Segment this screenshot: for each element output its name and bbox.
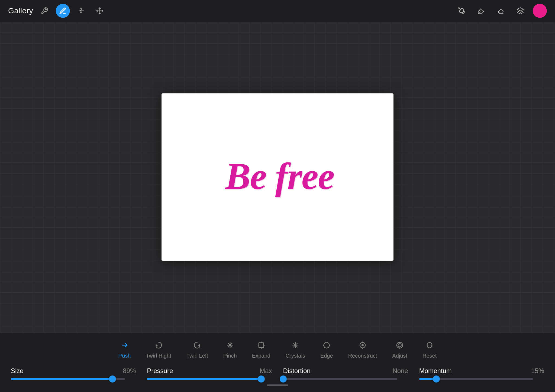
- adjust-label: Adjust: [392, 353, 407, 359]
- push-label: Push: [118, 353, 131, 359]
- pen-icon: [458, 7, 466, 15]
- reconstruct-label: Reconstruct: [348, 353, 377, 359]
- distortion-label: Distortion: [283, 367, 311, 375]
- momentum-thumb[interactable]: [433, 375, 440, 383]
- distortion-slider-group: Distortion None: [283, 367, 408, 380]
- eraser-button[interactable]: [494, 4, 508, 18]
- pressure-fill: [147, 378, 261, 380]
- gallery-button[interactable]: Gallery: [8, 6, 33, 15]
- modify-icon: [59, 7, 67, 15]
- eyedropper-icon: [477, 7, 485, 15]
- layers-button[interactable]: [513, 4, 527, 18]
- distortion-value: None: [392, 367, 408, 375]
- expand-icon: [256, 340, 267, 351]
- tool-pinch[interactable]: Pinch: [216, 338, 244, 361]
- pen-button[interactable]: [455, 4, 469, 18]
- crystals-icon: [290, 340, 301, 351]
- pressure-value: Max: [260, 367, 272, 375]
- momentum-slider-group: Momentum 15%: [419, 367, 544, 380]
- toolbar-left: Gallery: [8, 4, 455, 18]
- pressure-thumb[interactable]: [258, 375, 265, 383]
- reset-label: Reset: [422, 353, 437, 359]
- twirl-left-icon: [192, 340, 203, 351]
- twirl-right-icon: [153, 340, 164, 351]
- crystals-label: Crystals: [286, 353, 305, 359]
- momentum-value: 15%: [531, 367, 544, 375]
- pressure-track[interactable]: [147, 378, 261, 380]
- size-thumb[interactable]: [109, 375, 116, 383]
- svg-marker-19: [324, 342, 330, 348]
- pressure-label: Pressure: [147, 367, 173, 375]
- distortion-thumb[interactable]: [280, 375, 287, 383]
- svg-point-21: [362, 344, 364, 346]
- settings-button[interactable]: [37, 4, 51, 18]
- adjust-icon: [394, 340, 405, 351]
- smudge-icon: [78, 7, 85, 15]
- edge-icon: [321, 340, 332, 351]
- push-icon: [119, 340, 130, 351]
- expand-label: Expand: [252, 353, 270, 359]
- pinch-icon: [225, 340, 235, 351]
- canvas[interactable]: Be free: [162, 93, 393, 261]
- svg-rect-9: [259, 343, 264, 348]
- transform-icon: [96, 7, 104, 15]
- tool-push[interactable]: Push: [111, 338, 138, 361]
- sliders-row: Size 89% Pressure Max Distortion: [0, 363, 555, 384]
- tool-edge[interactable]: Edge: [313, 338, 341, 361]
- edge-label: Edge: [320, 353, 333, 359]
- tool-expand[interactable]: Expand: [244, 338, 278, 361]
- bottom-panel: Push Twirl Right Twirl Left: [0, 332, 555, 392]
- twirl-left-label: Twirl Left: [186, 353, 208, 359]
- svg-point-24: [397, 342, 403, 348]
- wrench-icon: [41, 7, 48, 15]
- tool-twirl-left[interactable]: Twirl Left: [179, 338, 216, 361]
- svg-point-25: [398, 344, 401, 347]
- tools-row: Push Twirl Right Twirl Left: [0, 333, 555, 363]
- reset-icon: [424, 340, 435, 351]
- svg-point-3: [461, 10, 462, 11]
- tool-reset[interactable]: Reset: [415, 338, 444, 361]
- distortion-track[interactable]: [283, 378, 397, 380]
- color-button[interactable]: [533, 4, 547, 18]
- transform-button[interactable]: [93, 4, 107, 18]
- toolbar: Gallery: [0, 0, 555, 22]
- eyedropper-button[interactable]: [474, 4, 488, 18]
- tool-adjust[interactable]: Adjust: [385, 338, 415, 361]
- canvas-artwork-text: Be free: [225, 154, 334, 198]
- size-fill: [11, 378, 112, 380]
- layers-icon: [517, 7, 524, 15]
- momentum-track[interactable]: [419, 378, 533, 380]
- toolbar-right: [455, 4, 547, 18]
- svg-marker-4: [517, 8, 523, 11]
- scrollbar-pill: [267, 384, 288, 386]
- tool-twirl-right[interactable]: Twirl Right: [138, 338, 179, 361]
- smudge-button[interactable]: [74, 4, 88, 18]
- tool-crystals[interactable]: Crystals: [278, 338, 313, 361]
- momentum-label: Momentum: [419, 367, 452, 375]
- size-track[interactable]: [11, 378, 125, 380]
- size-label: Size: [11, 367, 24, 375]
- twirl-right-label: Twirl Right: [146, 353, 171, 359]
- size-slider-group: Size 89%: [11, 367, 136, 380]
- modify-button[interactable]: [56, 4, 70, 18]
- tool-reconstruct[interactable]: Reconstruct: [341, 338, 385, 361]
- scrollbar-hint: [0, 384, 555, 388]
- eraser-icon: [497, 7, 505, 15]
- canvas-wrapper: Be free: [0, 22, 555, 332]
- pressure-slider-group: Pressure Max: [147, 367, 272, 380]
- pinch-label: Pinch: [223, 353, 237, 359]
- reconstruct-icon: [357, 340, 368, 351]
- size-value: 89%: [123, 367, 136, 375]
